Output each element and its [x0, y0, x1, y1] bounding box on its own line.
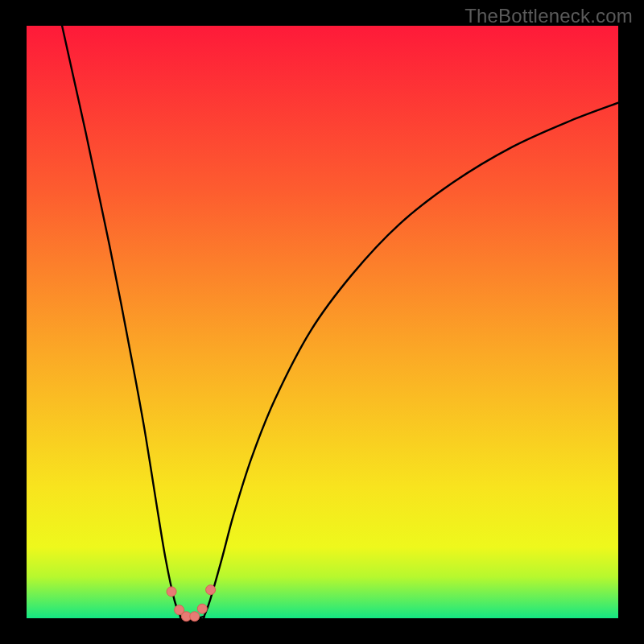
curve-path — [62, 26, 618, 618]
chart-frame: TheBottleneck.com — [0, 0, 644, 644]
watermark-label: TheBottleneck.com — [464, 5, 633, 27]
trough-marker — [197, 604, 207, 613]
bottleneck-curve — [0, 0, 644, 644]
trough-marker — [167, 587, 176, 597]
trough-marker — [206, 585, 216, 595]
trough-marker — [190, 612, 200, 621]
